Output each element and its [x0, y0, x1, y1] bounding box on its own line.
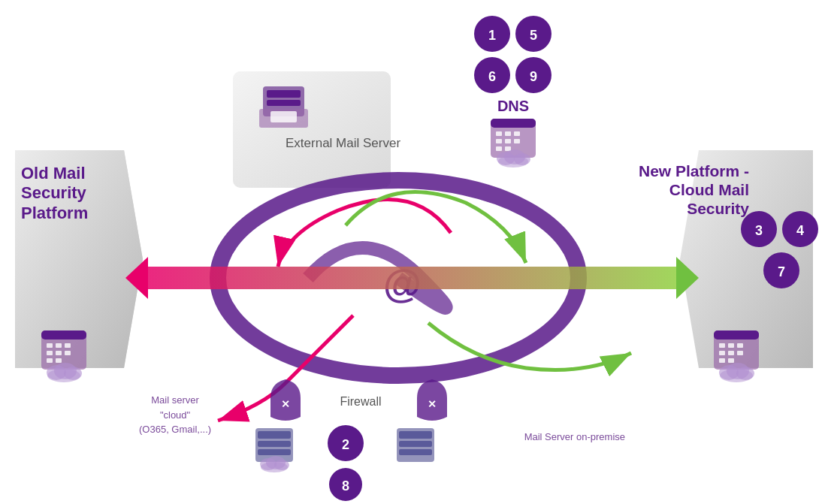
- svg-text:8: 8: [342, 478, 349, 493]
- svg-rect-53: [65, 343, 71, 348]
- mail-onpremise-label: Mail Server on-premise: [524, 430, 625, 444]
- svg-rect-69: [728, 351, 734, 355]
- svg-rect-14: [270, 111, 297, 122]
- svg-text:DNS: DNS: [497, 98, 529, 114]
- svg-rect-71: [719, 358, 725, 363]
- svg-rect-54: [47, 351, 53, 355]
- svg-point-42: [514, 153, 530, 165]
- svg-rect-66: [728, 343, 734, 348]
- svg-text:✕: ✕: [428, 398, 437, 410]
- svg-rect-31: [496, 131, 502, 136]
- right-panel-title: New Platform - Cloud Mail Security: [633, 161, 749, 219]
- svg-rect-68: [719, 351, 725, 355]
- svg-text:4: 4: [796, 223, 804, 238]
- svg-text:2: 2: [342, 437, 349, 452]
- svg-rect-36: [514, 139, 520, 143]
- diagram-container: @ 1 5 6 9 DNS: [0, 0, 828, 504]
- svg-rect-52: [56, 343, 62, 348]
- svg-rect-11: [267, 90, 301, 98]
- svg-rect-56: [65, 351, 71, 355]
- svg-text:3: 3: [755, 223, 763, 238]
- svg-rect-33: [514, 131, 520, 136]
- svg-rect-34: [496, 139, 502, 143]
- svg-rect-86: [258, 441, 291, 447]
- svg-rect-17: [143, 267, 680, 289]
- svg-rect-58: [56, 358, 62, 363]
- left-panel-title: Old Mail Security Platform: [21, 164, 119, 223]
- svg-text:Firewall: Firewall: [340, 395, 381, 408]
- svg-rect-50: [41, 330, 86, 340]
- svg-rect-55: [56, 351, 62, 355]
- svg-rect-87: [258, 449, 291, 455]
- svg-text:9: 9: [530, 69, 537, 84]
- svg-rect-64: [714, 330, 759, 340]
- svg-rect-30: [491, 119, 536, 128]
- mail-cloud-label: Mail server "cloud" (O365, Gmail,...): [139, 379, 211, 436]
- svg-rect-51: [47, 343, 53, 348]
- svg-text:7: 7: [778, 264, 785, 279]
- svg-rect-57: [47, 358, 53, 363]
- svg-rect-9: [233, 71, 391, 188]
- svg-point-91: [274, 460, 289, 470]
- svg-rect-85: [258, 431, 291, 439]
- svg-text:✕: ✕: [281, 398, 290, 410]
- svg-point-62: [64, 367, 82, 380]
- svg-rect-37: [496, 146, 502, 151]
- external-server-label: External Mail Server: [286, 135, 400, 152]
- svg-rect-72: [728, 358, 734, 363]
- svg-rect-95: [399, 449, 432, 455]
- svg-rect-35: [505, 139, 511, 143]
- svg-rect-70: [737, 351, 743, 355]
- svg-rect-12: [267, 100, 301, 106]
- svg-point-76: [736, 367, 754, 380]
- svg-rect-65: [719, 343, 725, 348]
- svg-rect-67: [737, 343, 743, 348]
- svg-rect-94: [399, 441, 432, 447]
- svg-rect-93: [399, 431, 432, 439]
- svg-text:5: 5: [530, 28, 537, 43]
- svg-text:6: 6: [488, 69, 496, 84]
- main-diagram-svg: @ 1 5 6 9 DNS: [0, 0, 828, 504]
- svg-text:1: 1: [488, 28, 496, 43]
- svg-rect-32: [505, 131, 511, 136]
